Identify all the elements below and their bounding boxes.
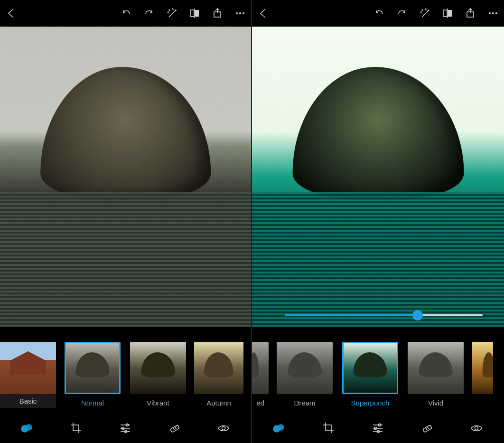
back-icon[interactable] [5,7,17,19]
filter-label: Autumn [206,399,231,407]
filter-label: ed [256,399,264,407]
slider-knob[interactable] [412,310,423,320]
top-toolbar [0,0,251,27]
category-thumb [0,342,56,394]
filter-superpunch[interactable]: Superpunch [341,342,400,407]
filter-autumn[interactable]: Autumn [194,342,243,407]
filter-label: Dream [294,399,315,407]
editor-panel-right: ed Dream Superpunch Vivid [252,0,504,443]
tool-crop[interactable] [65,417,88,440]
filter-strip[interactable]: ed Dream Superpunch Vivid [252,340,504,414]
tool-redeye[interactable] [212,417,235,440]
compare-icon[interactable] [188,7,201,19]
filter-normal[interactable]: Normal [63,342,122,407]
tool-looks[interactable] [268,417,291,440]
tool-dock [252,414,504,443]
share-icon[interactable] [211,7,224,19]
tool-heal[interactable] [416,417,439,440]
filter-vivid[interactable]: Vivid [406,342,465,407]
auto-enhance-icon[interactable] [166,7,178,19]
filter-category[interactable]: Basic [0,342,56,408]
tool-redeye[interactable] [465,417,488,440]
filter-strip[interactable]: Basic Normal Vibrant Autumn [0,340,251,414]
filter-dream[interactable]: Dream [275,342,334,407]
more-icon[interactable] [487,7,499,19]
filter-vibrant[interactable]: Vibrant [129,342,187,407]
filter-label: Normal [81,399,104,407]
category-label: Basic [0,394,56,408]
editor-panel-left: Basic Normal Vibrant Autumn [0,0,252,443]
tool-crop[interactable] [317,417,340,440]
filter-partial-right[interactable] [472,342,493,399]
tool-looks[interactable] [16,417,39,440]
tool-heal[interactable] [163,417,186,440]
intensity-slider[interactable] [285,314,483,316]
share-icon[interactable] [464,7,476,19]
compare-icon[interactable] [441,7,454,19]
canvas-area[interactable] [0,27,251,340]
redo-icon[interactable] [143,7,155,19]
undo-icon[interactable] [373,7,385,19]
canvas-area[interactable] [252,27,504,340]
photo-preview [0,27,251,327]
filter-partial-left[interactable]: ed [252,342,269,407]
more-icon[interactable] [234,7,246,19]
tool-adjust[interactable] [366,417,389,440]
tool-adjust[interactable] [114,417,137,440]
filter-label: Superpunch [351,399,390,407]
tool-dock [0,414,251,443]
redo-icon[interactable] [396,7,408,19]
back-icon[interactable] [257,7,269,19]
top-toolbar [252,0,504,27]
auto-enhance-icon[interactable] [419,7,431,19]
filter-label: Vivid [428,399,443,407]
filter-label: Vibrant [147,399,169,407]
undo-icon[interactable] [120,7,132,19]
photo-preview [252,27,504,327]
